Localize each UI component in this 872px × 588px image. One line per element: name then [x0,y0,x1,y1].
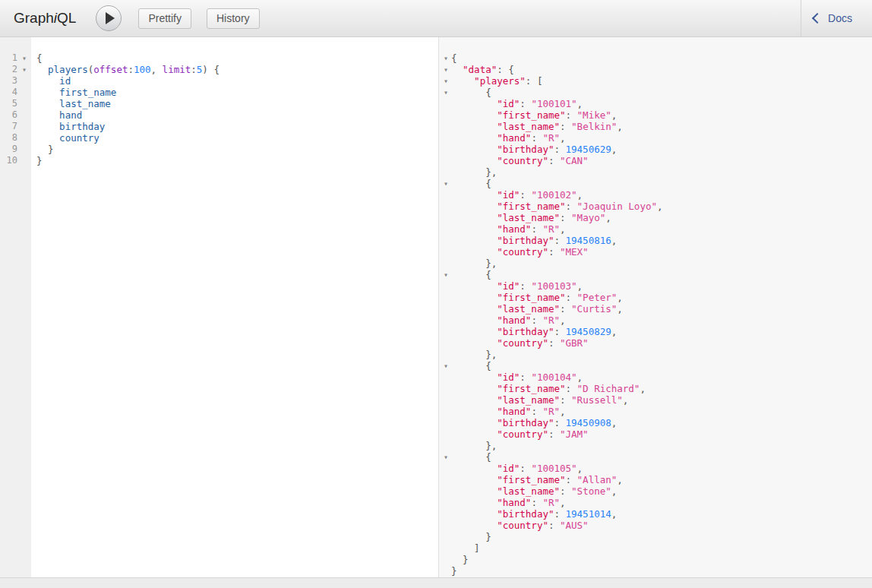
token-field: id [59,75,71,87]
query-code-line[interactable]: hand [36,109,438,121]
result-line-text: "country": "GBR" [451,337,589,349]
logo-text: Graph [14,10,54,26]
token-pun: { [508,64,514,75]
token-pun: : [531,497,542,508]
fold-toggle-icon[interactable]: ▾ [441,451,451,463]
whitespace [451,406,497,417]
fold-toggle-icon[interactable]: ▾ [441,269,451,280]
token-str: "GBR" [560,337,589,349]
query-code-line[interactable]: birthday [36,121,438,132]
result-line-text: }, [451,166,497,178]
whitespace [451,212,497,223]
token-key: "country" [497,520,548,531]
fold-toggle-icon[interactable]: ▾ [441,64,451,75]
whitespace [451,166,485,178]
fold-toggle-icon[interactable]: ▾ [441,87,451,98]
whitespace [451,451,485,463]
token-pun: , [560,497,566,508]
prettify-button[interactable]: Prettify [138,8,191,29]
token-pun: , [151,64,163,75]
token-pun: : [191,64,197,75]
result-line: "country": "GBR" [441,337,872,349]
result-line-text: { [451,87,491,98]
token-pun: : [531,223,542,235]
token-key: "last_name" [497,303,560,315]
query-code-line[interactable]: first_name [36,87,438,98]
gutter-row: 6 [0,109,31,121]
result-line: "country": "CAN" [441,155,872,166]
fold-spacer [441,258,451,269]
fold-toggle-icon[interactable]: ▾ [441,178,451,189]
token-pun: : [566,474,577,485]
result-line: "country": "AUS" [441,520,872,531]
whitespace [451,269,485,280]
result-line-text: { [451,178,491,189]
whitespace [451,497,497,508]
result-line-text: { [451,269,491,280]
fold-toggle-icon[interactable]: ▾ [441,52,451,64]
token-pun: : [554,326,565,337]
docs-button[interactable]: Docs [801,0,872,36]
fold-toggle-icon[interactable]: ▾ [17,52,31,64]
query-code-line[interactable]: } [36,155,438,166]
token-field: last_name [59,98,111,109]
result-line: "last_name": "Curtis", [441,303,872,315]
token-str: "100103" [531,280,577,292]
result-line-text: } [451,554,469,565]
result-line-text: "first_name": "D Richard", [451,383,646,394]
token-key: "last_name" [497,121,560,132]
fold-toggle-icon[interactable]: ▾ [17,64,31,75]
whitespace [451,474,497,485]
fold-spacer [441,497,451,508]
fold-spacer [441,223,451,235]
result-line-text: }, [451,258,497,269]
query-code-line[interactable]: players(offset:100, limit:5) { [36,64,438,75]
token-pun: , [611,485,618,497]
result-line: "last_name": "Russell", [441,394,872,406]
token-num: 19450816 [566,235,611,246]
execute-button[interactable] [96,5,122,31]
query-code-line[interactable]: id [36,75,438,87]
query-code-line[interactable]: { [36,52,438,64]
token-key: "hand" [497,132,531,144]
result-line: "hand": "R", [441,497,872,508]
token-pun: : [548,337,560,349]
result-line-text: "country": "AUS" [451,520,589,531]
line-number: 7 [0,121,17,132]
whitespace [451,75,474,87]
fold-spacer [441,440,451,451]
token-str: "Peter" [577,292,618,303]
fold-toggle-icon[interactable]: ▾ [441,75,451,87]
token-str: "R" [542,406,560,417]
history-button[interactable]: History [207,8,260,29]
result-line: "last_name": "Belkin", [441,121,872,132]
token-str: "Russell" [571,394,623,406]
result-line-text: "hand": "R", [451,406,566,417]
result-line-text: "country": "MEX" [451,246,589,258]
query-code-line[interactable]: country [36,132,438,144]
token-str: "Joaquin Loyo" [577,201,657,212]
query-code-line[interactable]: } [36,144,438,155]
whitespace [451,223,497,235]
result-line: "birthday": 19450829, [441,326,872,337]
result-line: ▾ { [441,269,872,280]
whitespace [36,109,59,121]
whitespace [451,64,463,75]
fold-spacer [441,554,451,565]
token-pun: : [526,75,537,87]
token-str: "Mike" [577,109,611,121]
query-code[interactable]: { players(offset:100, limit:5) { id firs… [31,37,438,577]
fold-toggle-icon[interactable]: ▾ [441,360,451,371]
whitespace [451,440,485,451]
result-line: }, [441,440,872,451]
token-pun: : [520,371,531,383]
token-str: "JAM" [560,428,589,440]
variables-editor-bar[interactable] [0,577,872,588]
line-number: 8 [0,132,17,144]
token-str: "CAN" [560,155,589,166]
result-line: ▾ { [441,178,872,189]
query-code-line[interactable]: last_name [36,98,438,109]
token-key: "hand" [497,406,531,417]
fold-spacer [441,394,451,406]
query-editor-pane[interactable]: 1▾2▾345678910 { players(offset:100, limi… [0,37,438,577]
